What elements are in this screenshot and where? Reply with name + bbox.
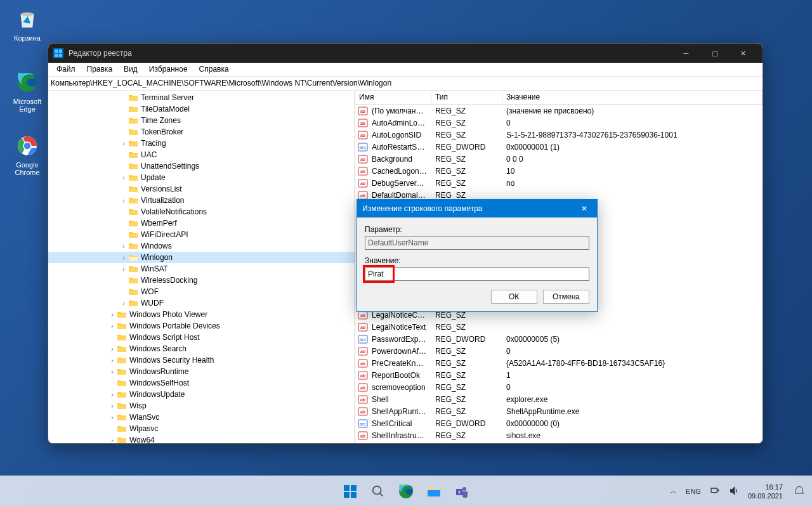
taskbar-explorer[interactable]	[421, 479, 447, 504]
maximize-button[interactable]: ▢	[700, 44, 729, 63]
chevron-icon[interactable]: ›	[108, 414, 117, 421]
address-bar[interactable]: Компьютер\HKEY_LOCAL_MACHINE\SOFTWARE\Mi…	[48, 77, 763, 91]
list-row[interactable]: abReportBootOkREG_SZ1	[355, 369, 763, 381]
cancel-button[interactable]: Отмена	[543, 290, 589, 304]
menu-help[interactable]: Справка	[193, 63, 235, 76]
tree-node[interactable]: ›Winlogon	[48, 252, 355, 263]
chevron-icon[interactable]: ›	[119, 174, 128, 181]
tree-node[interactable]: ›Windows Portable Devices	[48, 320, 355, 332]
menu-view[interactable]: Вид	[118, 63, 143, 76]
tree-node[interactable]: WirelessDocking	[48, 275, 355, 286]
tree-node[interactable]: ›WindowsRuntime	[48, 366, 355, 377]
tree-node[interactable]: ›Wisp	[48, 400, 355, 412]
dialog-close-button[interactable]: ✕	[572, 200, 597, 217]
tree-node[interactable]: ›Update	[48, 172, 355, 183]
titlebar[interactable]: Редактор реестра ─ ▢ ✕	[48, 44, 763, 63]
tree-node[interactable]: VersionsList	[48, 183, 355, 195]
list-row[interactable]: ab(По умолчанию)REG_SZ(значение не присв…	[355, 105, 763, 117]
tray-chevron-icon[interactable]: ︿	[669, 485, 678, 497]
tree-node[interactable]: ›Windows	[48, 240, 355, 252]
tray-volume-icon[interactable]	[728, 484, 740, 498]
chevron-icon[interactable]: ›	[119, 140, 128, 147]
tree-node[interactable]: ›WinSAT	[48, 263, 355, 275]
desktop-icon-recycle-bin[interactable]: Корзина	[5, 6, 49, 42]
chevron-icon[interactable]: ›	[108, 368, 117, 375]
tree-node[interactable]: ›Wow64	[48, 434, 355, 443]
tree-node[interactable]: UAC	[48, 149, 355, 160]
svg-text:011: 011	[360, 146, 367, 150]
chevron-icon[interactable]: ›	[119, 243, 128, 250]
tree-node[interactable]: UnattendSettings	[48, 160, 355, 172]
chevron-icon[interactable]: ›	[108, 391, 117, 398]
list-row[interactable]: 011AutoRestartShellREG_DWORD0x00000001 (…	[355, 141, 763, 153]
chevron-icon[interactable]: ›	[108, 437, 117, 444]
tree-node[interactable]: ›Windows Search	[48, 343, 355, 354]
close-button[interactable]: ✕	[729, 44, 757, 63]
tree-node[interactable]: TileDataModel	[48, 103, 355, 115]
list-row[interactable]: abShellInfrastructureREG_SZsihost.exe	[355, 429, 763, 441]
ok-button[interactable]: ОК	[491, 290, 537, 304]
value-input[interactable]	[365, 267, 589, 281]
chevron-icon[interactable]: ›	[108, 311, 117, 318]
tree-node[interactable]: Wlpasvc	[48, 423, 355, 434]
menu-favorites[interactable]: Избранное	[143, 63, 193, 76]
list-row[interactable]: 011ShellCriticalREG_DWORD0x00000000 (0)	[355, 417, 763, 429]
tree-node[interactable]: ›WUDF	[48, 297, 355, 309]
start-button[interactable]	[337, 479, 363, 504]
column-type[interactable]: Тип	[431, 91, 502, 104]
tree-node[interactable]: Windows Script Host	[48, 332, 355, 343]
column-name[interactable]: Имя	[355, 91, 431, 104]
chevron-icon[interactable]: ›	[108, 403, 117, 410]
chevron-icon[interactable]: ›	[108, 346, 117, 353]
list-row[interactable]: abShellAppRuntimeREG_SZShellAppRuntime.e…	[355, 405, 763, 417]
tree-node[interactable]: Terminal Server	[48, 92, 355, 103]
tray-notifications-icon[interactable]	[793, 484, 806, 498]
list-row[interactable]: abPowerdownAfte...REG_SZ0	[355, 345, 763, 357]
list-row[interactable]: 011PasswordExpiry...REG_DWORD0x00000005 …	[355, 333, 763, 345]
list-row[interactable]: abAutoLogonSIDREG_SZS-1-5-21-988971373-4…	[355, 129, 763, 141]
tree-node[interactable]: ›WlanSvc	[48, 412, 355, 423]
chevron-icon[interactable]: ›	[119, 300, 128, 307]
tree-node[interactable]: TokenBroker	[48, 126, 355, 138]
chevron-icon[interactable]: ›	[119, 254, 128, 261]
tree-node[interactable]: WindowsSelfHost	[48, 377, 355, 389]
taskbar-edge[interactable]	[393, 479, 419, 504]
tree-pane[interactable]: Terminal ServerTileDataModelTime ZonesTo…	[48, 91, 355, 443]
chevron-icon[interactable]: ›	[108, 323, 117, 330]
dialog-titlebar[interactable]: Изменение строкового параметра ✕	[357, 200, 597, 217]
list-row[interactable]: abDebugServerCo...REG_SZno	[355, 177, 763, 189]
cell-value: 0x00000001 (1)	[502, 143, 763, 152]
tree-node[interactable]: Time Zones	[48, 115, 355, 126]
list-row[interactable]: abLegalNoticeTextREG_SZ	[355, 321, 763, 333]
list-row[interactable]: abPreCreateKnow...REG_SZ{A520A1A4-1780-4…	[355, 357, 763, 369]
taskbar-search-button[interactable]	[365, 479, 391, 504]
menu-edit[interactable]: Правка	[81, 63, 119, 76]
tree-node[interactable]: WOF	[48, 286, 355, 297]
menu-file[interactable]: Файл	[51, 63, 81, 76]
tray-network-icon[interactable]	[709, 484, 721, 498]
list-row[interactable]: abShellREG_SZexplorer.exe	[355, 393, 763, 405]
column-value[interactable]: Значение	[502, 91, 763, 104]
tree-node[interactable]: ›WindowsUpdate	[48, 389, 355, 400]
desktop-icon-edge[interactable]: Microsoft Edge	[5, 70, 49, 113]
chevron-icon[interactable]: ›	[108, 357, 117, 364]
chevron-icon[interactable]: ›	[119, 197, 128, 204]
list-row[interactable]: abCachedLogonsC...REG_SZ10	[355, 165, 763, 177]
tree-node[interactable]: WbemPerf	[48, 217, 355, 229]
list-row[interactable]: abBackgroundREG_SZ0 0 0	[355, 153, 763, 165]
tree-node[interactable]: ›Virtualization	[48, 195, 355, 206]
minimize-button[interactable]: ─	[672, 44, 700, 63]
tree-node[interactable]: ›Windows Photo Viewer	[48, 309, 355, 320]
tree-node[interactable]: ›Windows Security Health	[48, 354, 355, 366]
tree-node[interactable]: ›Tracing	[48, 138, 355, 149]
list-row[interactable]: abscremoveoptionREG_SZ0	[355, 381, 763, 393]
tree-node[interactable]: WiFiDirectAPI	[48, 229, 355, 240]
folder-icon	[128, 127, 138, 136]
chevron-icon[interactable]: ›	[119, 266, 128, 273]
desktop-icon-chrome[interactable]: Google Chrome	[5, 133, 49, 176]
list-row[interactable]: abAutoAdminLogonREG_SZ0	[355, 117, 763, 129]
tree-node[interactable]: VolatileNotifications	[48, 206, 355, 217]
tray-language[interactable]: ENG	[684, 486, 702, 496]
tray-clock[interactable]: 16:17 09.09.2021	[747, 481, 784, 502]
taskbar-teams[interactable]: T	[449, 479, 475, 504]
